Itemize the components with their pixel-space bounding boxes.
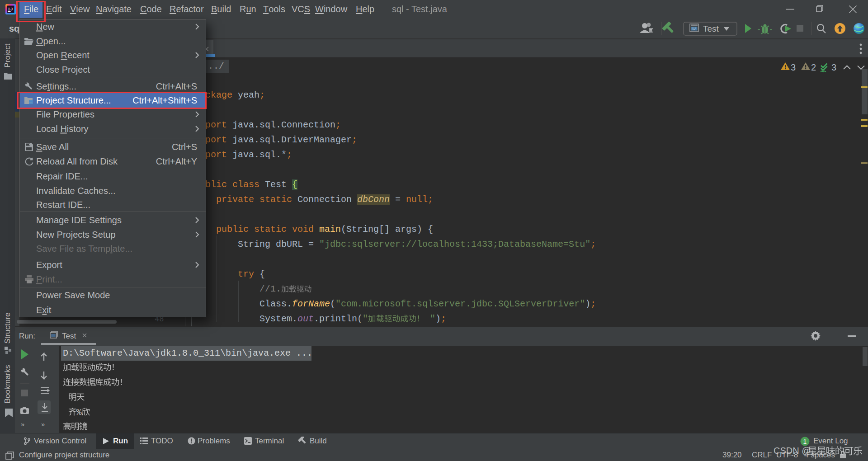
svg-text:Test: Test [703,24,719,33]
svg-text:2: 2 [811,62,816,72]
svg-text:1: 1 [803,438,807,445]
svg-text:»: » [41,420,45,428]
svg-text:IJ: IJ [8,7,13,12]
svg-text:3: 3 [831,62,836,72]
svg-text:3: 3 [791,62,796,72]
svg-text:»: » [21,420,24,428]
svg-text:%: % [76,408,82,417]
